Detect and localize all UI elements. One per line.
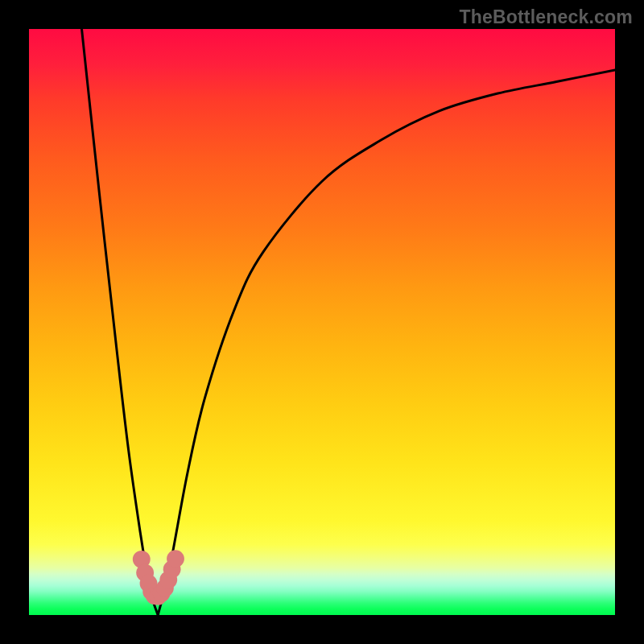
chart-overlay [29,29,615,615]
curve-left [82,29,159,615]
curve-right [158,70,615,615]
marker-cluster [133,550,184,605]
data-point [167,550,184,568]
plot-area [29,29,615,615]
attribution-text: TheBottleneck.com [459,6,633,28]
